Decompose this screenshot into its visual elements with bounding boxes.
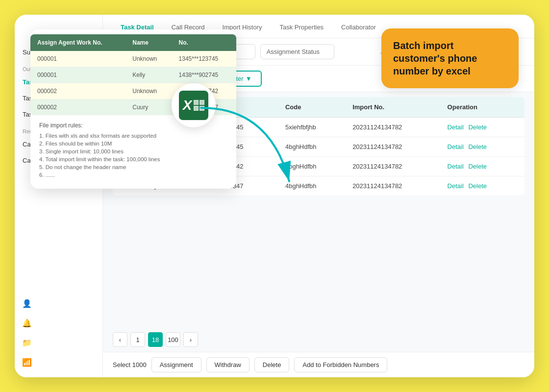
- excel-table-row: 000001 Kelly 1438***902745: [30, 67, 236, 83]
- assignment-button[interactable]: Assignment: [151, 357, 201, 372]
- import-rule-item: 6. ......: [39, 171, 227, 179]
- add-forbidden-button[interactable]: Add to Forbidden Numbers: [294, 357, 387, 372]
- row-import-no: 20231124134782: [346, 176, 440, 196]
- excel-col-name: Name: [125, 34, 172, 51]
- tab-collaborator[interactable]: Collaborator: [333, 18, 384, 38]
- row-operation: Detail Delete: [441, 118, 524, 137]
- bottom-bar: Select 1000 Assignment Withdraw Delete A…: [103, 352, 534, 377]
- user-icon[interactable]: 👤: [22, 298, 32, 309]
- row-operation: Detail Delete: [441, 176, 524, 196]
- excel-row-name: Unknown: [125, 83, 172, 99]
- delete-button[interactable]: Delete: [254, 357, 290, 372]
- detail-button[interactable]: Detail: [448, 123, 467, 131]
- bell-icon[interactable]: 🔔: [22, 318, 32, 328]
- sidebar-icon-group: 👤 🔔 📁 📶: [15, 298, 34, 368]
- detail-button[interactable]: Detail: [448, 182, 467, 190]
- row-import-no: 20231124134782: [346, 137, 440, 157]
- wifi-icon[interactable]: 📶: [22, 357, 32, 368]
- excel-col-workno: Assign Agent Work No.: [30, 34, 125, 51]
- excel-row-workno: 000001: [30, 67, 125, 83]
- folder-icon[interactable]: 📁: [22, 337, 32, 348]
- import-rule-item: 3. Single import limit: 10,000 lines: [39, 147, 227, 155]
- withdraw-button[interactable]: Withdraw: [206, 357, 250, 372]
- excel-row-name: Unknown: [125, 51, 172, 67]
- excel-col-no: No.: [172, 34, 236, 51]
- assignment-status-select[interactable]: Assignment Status AllAssignedUnassigned: [260, 44, 334, 59]
- page-18-button[interactable]: 18: [148, 332, 163, 347]
- import-rules-list: 1. Files with xls and xlsx formats are s…: [39, 132, 227, 179]
- main-card: Summary Reports Outbound Task Task Manag…: [15, 15, 534, 377]
- assignment-status-wrapper: Assignment Status AllAssignedUnassigned: [260, 44, 390, 59]
- row-operation: Detail Delete: [441, 137, 524, 157]
- tab-task-properties[interactable]: Task Properties: [272, 18, 332, 38]
- excel-row-name: Kelly: [125, 67, 172, 83]
- row-code: 5xiehfbfjhb: [278, 118, 346, 137]
- excel-row-no: 1438***902745: [172, 67, 236, 83]
- excel-row-workno: 000001: [30, 51, 125, 67]
- row-operation: Detail Delete: [441, 157, 524, 176]
- row-code: 4bghHdfbh: [278, 157, 346, 176]
- row-import-no: 20231124134782: [346, 157, 440, 176]
- delete-row-button[interactable]: Delete: [468, 143, 490, 150]
- excel-grid-icon: [194, 100, 204, 111]
- delete-row-button[interactable]: Delete: [468, 182, 490, 190]
- import-rules-section: File import rules: 1. Files with xls and…: [30, 115, 236, 179]
- import-rule-item: 5. Do not change the header name: [39, 163, 227, 171]
- excel-icon-circle: X: [172, 83, 216, 127]
- tooltip-text: Batch import customer's phone number by …: [393, 39, 507, 77]
- import-rule-item: 1. Files with xls and xlsx formats are s…: [39, 132, 227, 140]
- next-page-button[interactable]: ›: [183, 332, 198, 347]
- row-code: 4bghHdfbh: [278, 137, 346, 157]
- page-1-button[interactable]: 1: [130, 332, 145, 347]
- excel-table-row: 000001 Unknown 1345***123745: [30, 51, 236, 67]
- excel-row-no: 1345***123745: [172, 51, 236, 67]
- yellow-tooltip: Batch import customer's phone number by …: [381, 28, 519, 88]
- delete-row-button[interactable]: Delete: [468, 163, 490, 170]
- col-code: Code: [278, 97, 346, 118]
- col-operation: Operation: [441, 97, 524, 118]
- import-rule-item: 4. Total import limit within the task: 1…: [39, 155, 227, 163]
- row-code: 4bghHdfbh: [278, 176, 346, 196]
- pagination-row: ‹ 1 18 100 ›: [103, 327, 534, 352]
- excel-x-icon: X: [179, 91, 208, 120]
- excel-row-workno: 000002: [30, 99, 125, 116]
- excel-row-name: Cuury: [125, 99, 172, 116]
- import-rule-item: 2. Files should be within 10M: [39, 140, 227, 147]
- row-import-no: 20231124134782: [346, 118, 440, 137]
- col-import-no: Import No.: [346, 97, 440, 118]
- page-100-button[interactable]: 100: [166, 332, 180, 347]
- detail-button[interactable]: Detail: [448, 163, 467, 170]
- filter-chevron-icon: ▼: [246, 75, 252, 82]
- select-count-label: Select 1000: [113, 361, 147, 368]
- delete-row-button[interactable]: Delete: [468, 123, 490, 131]
- prev-page-button[interactable]: ‹: [113, 332, 127, 347]
- excel-row-workno: 000002: [30, 83, 125, 99]
- detail-button[interactable]: Detail: [448, 143, 467, 150]
